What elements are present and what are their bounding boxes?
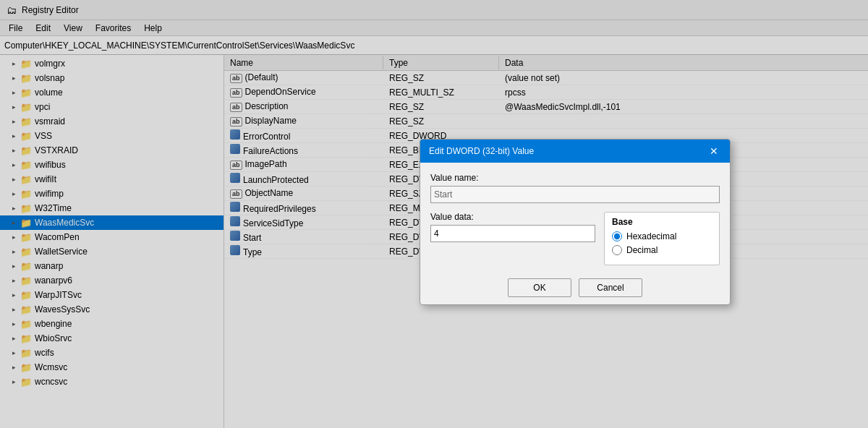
base-label: Base [612, 217, 712, 227]
radio-decimal[interactable]: Decimal [612, 245, 712, 255]
modal-overlay: Edit DWORD (32-bit) Value ✕ Value name: … [0, 0, 868, 428]
dialog-row: Value data: Base Hexadecimal Decimal [430, 212, 720, 265]
dialog-body: Value name: Value data: Base Hexadecimal [420, 163, 730, 304]
value-name-label: Value name: [430, 173, 720, 183]
radio-hex-label: Hexadecimal [626, 231, 676, 241]
radio-dec-input[interactable] [612, 245, 622, 255]
edit-dialog: Edit DWORD (32-bit) Value ✕ Value name: … [420, 139, 731, 305]
dialog-title: Edit DWORD (32-bit) Value [429, 146, 534, 156]
base-section: Base Hexadecimal Decimal [604, 212, 720, 265]
value-data-label: Value data: [430, 212, 595, 222]
value-data-input[interactable] [430, 225, 595, 242]
ok-button[interactable]: OK [508, 278, 571, 297]
dialog-close-button[interactable]: ✕ [707, 144, 721, 158]
value-name-input [430, 186, 720, 203]
cancel-button[interactable]: Cancel [579, 278, 642, 297]
dialog-titlebar: Edit DWORD (32-bit) Value ✕ [420, 140, 730, 163]
dialog-buttons: OK Cancel [430, 275, 720, 297]
value-data-section: Value data: [430, 212, 595, 242]
radio-hex-input[interactable] [612, 231, 622, 241]
radio-dec-label: Decimal [626, 245, 658, 255]
radio-hexadecimal[interactable]: Hexadecimal [612, 231, 712, 241]
